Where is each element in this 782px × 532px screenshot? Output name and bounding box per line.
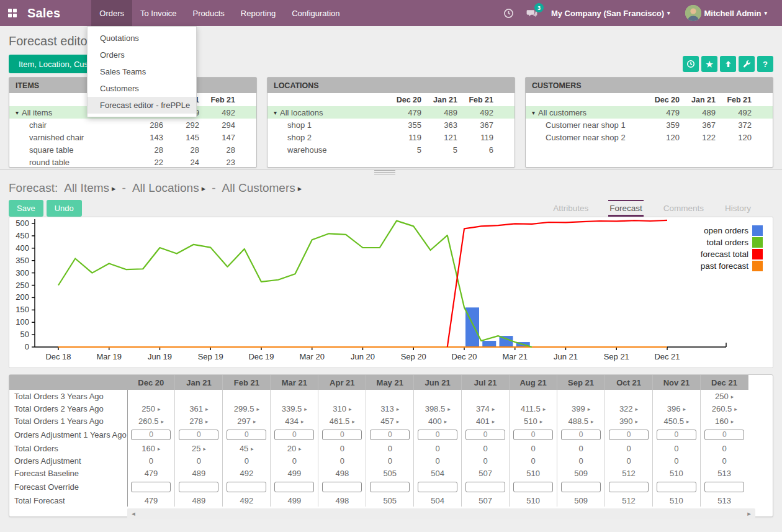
scroll-right-icon[interactable]: ▸: [744, 508, 754, 519]
tree-row[interactable]: varnished chair143145147: [9, 131, 256, 143]
menu-reporting[interactable]: Reporting: [233, 0, 284, 26]
grid-cell-input[interactable]: [465, 430, 505, 440]
detail-arrow-icon[interactable]: ▸: [447, 406, 451, 412]
panel-title[interactable]: LOCATIONS: [267, 78, 515, 93]
detail-arrow-icon[interactable]: ▸: [299, 446, 302, 452]
tree-row-label[interactable]: ▾All customers: [526, 108, 644, 117]
tree-row-label[interactable]: ▾All locations: [267, 108, 385, 117]
user-menu[interactable]: Mitchell Admin ▾: [678, 0, 775, 26]
grid-cell-input[interactable]: [227, 482, 266, 492]
tree-row-label[interactable]: square table: [9, 145, 127, 155]
tree-row[interactable]: Customer near shop 1359367372: [526, 119, 773, 131]
apps-grid-icon[interactable]: [0, 0, 25, 26]
grid-cell-input[interactable]: [418, 482, 457, 492]
tree-row[interactable]: square table282828: [9, 143, 256, 156]
grid-cell-input[interactable]: [370, 482, 410, 492]
star-icon[interactable]: ★: [701, 56, 717, 72]
dropdown-item-quotations[interactable]: Quotations: [88, 30, 196, 47]
grid-cell-input[interactable]: [561, 482, 601, 492]
detail-arrow-icon[interactable]: ▸: [253, 418, 256, 425]
dropdown-item-forecast-editor[interactable]: Forecast editor - frePPLe: [88, 97, 196, 114]
tab-attributes[interactable]: Attributes: [552, 200, 590, 217]
detail-arrow-icon[interactable]: ▸: [256, 406, 259, 412]
grid-cell-input[interactable]: [704, 430, 744, 440]
detail-arrow-icon[interactable]: ▸: [251, 446, 254, 452]
detail-arrow-icon[interactable]: ▸: [304, 406, 307, 412]
grid-cell-input[interactable]: [609, 430, 649, 440]
tree-row-label[interactable]: warehouse: [267, 145, 385, 155]
collapse-caret-icon[interactable]: ▾: [274, 109, 277, 116]
tree-row-label[interactable]: round table: [9, 158, 127, 167]
detail-arrow-icon[interactable]: ▸: [731, 418, 734, 425]
help-icon[interactable]: ?: [757, 56, 773, 72]
wrench-icon[interactable]: [739, 56, 755, 72]
expand-arrow-icon[interactable]: ▸: [298, 184, 302, 193]
detail-arrow-icon[interactable]: ▸: [492, 418, 495, 425]
detail-arrow-icon[interactable]: ▸: [158, 406, 161, 412]
detail-arrow-icon[interactable]: ▸: [161, 418, 164, 425]
scroll-left-icon[interactable]: ◂: [128, 508, 138, 519]
collapse-caret-icon[interactable]: ▾: [16, 109, 19, 116]
tree-row-label[interactable]: chair: [9, 120, 127, 130]
panel-resize-handle[interactable]: [374, 170, 395, 175]
expand-arrow-icon[interactable]: ▸: [202, 184, 206, 193]
tree-row[interactable]: round table222423: [9, 156, 256, 168]
save-button[interactable]: Save: [9, 200, 43, 217]
tree-row[interactable]: chair286292294: [9, 119, 256, 131]
detail-arrow-icon[interactable]: ▸: [540, 418, 543, 425]
grid-cell-input[interactable]: [561, 430, 601, 440]
detail-arrow-icon[interactable]: ▸: [636, 406, 639, 412]
detail-arrow-icon[interactable]: ▸: [734, 406, 737, 412]
grid-cell-input[interactable]: [179, 482, 218, 492]
tree-row[interactable]: Customer near shop 2120122120: [526, 131, 773, 143]
dropdown-item-orders[interactable]: Orders: [88, 47, 196, 63]
detail-arrow-icon[interactable]: ▸: [349, 406, 352, 412]
detail-arrow-icon[interactable]: ▸: [301, 418, 304, 425]
tree-row-label[interactable]: varnished chair: [9, 133, 127, 142]
breadcrumb-customer-selector[interactable]: All Customers ▸: [222, 181, 302, 195]
menu-products[interactable]: Products: [185, 0, 233, 26]
dropdown-item-customers[interactable]: Customers: [88, 80, 196, 97]
detail-arrow-icon[interactable]: ▸: [636, 418, 639, 425]
detail-arrow-icon[interactable]: ▸: [205, 406, 209, 412]
grid-cell-input[interactable]: [322, 482, 362, 492]
grid-cell-input[interactable]: [513, 482, 553, 492]
grid-cell-input[interactable]: [179, 430, 218, 440]
detail-arrow-icon[interactable]: ▸: [591, 418, 594, 425]
detail-arrow-icon[interactable]: ▸: [203, 446, 206, 452]
horizontal-scrollbar[interactable]: ◂▸: [127, 508, 755, 519]
breadcrumb-location-selector[interactable]: All Locations ▸: [132, 181, 205, 195]
detail-arrow-icon[interactable]: ▸: [686, 418, 690, 425]
panel-title[interactable]: CUSTOMERS: [526, 78, 773, 93]
tree-row[interactable]: ▾All customers479489492: [526, 106, 773, 119]
detail-arrow-icon[interactable]: ▸: [588, 406, 591, 412]
grid-cell-input[interactable]: [418, 430, 457, 440]
grid-cell-input[interactable]: [274, 482, 314, 492]
menu-configuration[interactable]: Configuration: [284, 0, 348, 26]
tree-row-label[interactable]: Customer near shop 1: [526, 120, 644, 130]
detail-arrow-icon[interactable]: ▸: [352, 418, 355, 425]
grid-cell-input[interactable]: [131, 430, 171, 440]
detail-arrow-icon[interactable]: ▸: [731, 394, 734, 400]
detail-arrow-icon[interactable]: ▸: [158, 446, 161, 452]
grid-cell-input[interactable]: [131, 482, 171, 492]
grid-cell-input[interactable]: [513, 430, 553, 440]
tree-row[interactable]: warehouse556: [267, 143, 515, 156]
grid-cell-input[interactable]: [657, 482, 696, 492]
breadcrumb-item-selector[interactable]: All Items ▸: [64, 181, 115, 195]
menu-to-invoice[interactable]: To Invoice: [132, 0, 185, 26]
dropdown-item-sales-teams[interactable]: Sales Teams: [88, 63, 196, 80]
tab-history[interactable]: History: [724, 200, 752, 217]
menu-orders[interactable]: Orders: [91, 0, 132, 26]
detail-arrow-icon[interactable]: ▸: [397, 406, 400, 412]
detail-arrow-icon[interactable]: ▸: [397, 418, 400, 425]
tree-row-label[interactable]: shop 2: [267, 133, 385, 142]
tab-forecast[interactable]: Forecast: [608, 200, 644, 217]
detail-arrow-icon[interactable]: ▸: [205, 418, 209, 425]
detail-arrow-icon[interactable]: ▸: [444, 418, 447, 425]
collapse-caret-icon[interactable]: ▾: [532, 109, 535, 116]
undo-button[interactable]: Undo: [47, 200, 82, 217]
tree-row-label[interactable]: Customer near shop 2: [526, 133, 644, 142]
upload-icon[interactable]: [720, 56, 736, 72]
grid-cell-input[interactable]: [704, 482, 744, 492]
